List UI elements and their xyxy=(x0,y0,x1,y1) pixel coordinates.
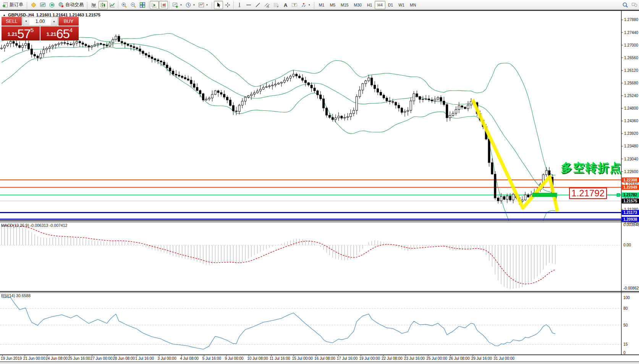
new-chart-button[interactable]: ▼ xyxy=(171,1,184,9)
chart-shift-button[interactable] xyxy=(159,1,168,9)
metaeditor-icon xyxy=(31,2,37,8)
macd-indicator-label: MACD(12,26,9) -0.006313 -0.007412 xyxy=(1,223,67,228)
chart-canvas[interactable]: 1.278801.274401.270001.265601.261201.256… xyxy=(0,0,639,364)
svg-text:1.27000: 1.27000 xyxy=(624,43,638,47)
svg-text:1.22600: 1.22600 xyxy=(624,170,638,174)
toolbar-separator xyxy=(233,1,234,9)
candles-layer xyxy=(1,34,556,205)
zoom-in-button[interactable] xyxy=(120,1,129,9)
text-icon: A xyxy=(282,2,288,8)
buy-price-big: 65 xyxy=(56,28,70,40)
svg-text:1.27440: 1.27440 xyxy=(624,31,638,35)
toolbar-separator xyxy=(169,1,170,9)
autotrading-button[interactable]: 自动交易 xyxy=(57,1,85,9)
buy-button[interactable]: BUY xyxy=(58,17,79,26)
sell-price[interactable]: 1.21575 xyxy=(2,26,40,40)
periods-icon xyxy=(185,2,191,8)
fibonacci-button[interactable]: F xyxy=(272,1,281,9)
svg-text:29 Jul 16:00: 29 Jul 16:00 xyxy=(471,356,492,361)
sell-price-big: 57 xyxy=(17,28,31,40)
timeframe-m30[interactable]: M30 xyxy=(351,1,364,9)
svg-text:19 Jun 2019: 19 Jun 2019 xyxy=(1,356,22,361)
search-button[interactable] xyxy=(621,1,630,9)
svg-text:1.23920: 1.23920 xyxy=(624,131,638,136)
svg-text:1.25240: 1.25240 xyxy=(624,94,638,98)
auto-scroll-icon xyxy=(151,2,157,8)
svg-text:16 Jul 08:00: 16 Jul 08:00 xyxy=(314,356,335,361)
crosshair-icon xyxy=(225,2,231,8)
volume-decrease-button[interactable]: ▼ xyxy=(23,17,29,25)
timeframe-m5[interactable]: M5 xyxy=(327,1,338,9)
svg-text:5 Jul 16:00: 5 Jul 16:00 xyxy=(202,356,221,361)
signals-button[interactable] xyxy=(47,1,57,9)
svg-text:1.25680: 1.25680 xyxy=(624,81,638,85)
timeframe-h4[interactable]: H4 xyxy=(375,1,385,9)
svg-text:80: 80 xyxy=(623,306,628,311)
sell-button[interactable]: SELL xyxy=(2,17,22,26)
cursor-button[interactable] xyxy=(214,1,223,9)
search-icon xyxy=(622,2,628,8)
horizontal-line-button[interactable] xyxy=(244,1,253,9)
equidistant-channel-button[interactable]: E xyxy=(262,1,272,9)
trade-panel-toggle[interactable]: ▲ xyxy=(3,13,6,17)
svg-text:11 Jul 16:00: 11 Jul 16:00 xyxy=(270,356,290,361)
arrows-button[interactable]: ▼ xyxy=(299,1,312,9)
green-zone-drawing xyxy=(532,193,557,197)
svg-text:31 Jul 00:00: 31 Jul 00:00 xyxy=(493,356,514,361)
vertical-line-button[interactable] xyxy=(235,1,244,9)
candle-chart-button[interactable] xyxy=(99,1,108,9)
timeframe-mn[interactable]: MN xyxy=(407,1,419,9)
market-watch-button[interactable] xyxy=(38,1,47,9)
buy-price[interactable]: 1.21654 xyxy=(40,26,79,40)
toolbar-drag-handle[interactable] xyxy=(211,2,212,8)
bar-chart-icon xyxy=(91,2,97,8)
svg-text:100: 100 xyxy=(623,296,630,300)
timeframe-w1[interactable]: W1 xyxy=(396,1,407,9)
svg-text:4 Jul 08:00: 4 Jul 08:00 xyxy=(180,356,199,361)
timeframe-m1[interactable]: M1 xyxy=(316,1,327,9)
volume-increase-button[interactable]: ▲ xyxy=(51,17,57,25)
toolbar-drag-handle[interactable] xyxy=(314,2,315,8)
indicator-layer: 0.0038480.00-0.0086291008050150 xyxy=(0,223,639,355)
cursor-icon xyxy=(215,2,222,8)
svg-text:1.22308: 1.22308 xyxy=(623,178,637,182)
svg-text:50: 50 xyxy=(623,323,628,327)
zoom-out-button[interactable] xyxy=(129,1,138,9)
tile-windows-icon xyxy=(139,2,146,8)
crosshair-button[interactable] xyxy=(223,1,232,9)
text-label-button[interactable]: T xyxy=(290,1,299,9)
svg-text:21 Jun 00:00: 21 Jun 00:00 xyxy=(23,356,45,361)
fibonacci-icon: F xyxy=(273,2,279,8)
metaeditor-button[interactable] xyxy=(29,1,38,9)
arrows-icon xyxy=(301,2,307,8)
new-order-button[interactable]: 新订单 xyxy=(1,1,25,9)
toolbar-drag-handle[interactable] xyxy=(87,2,88,8)
svg-text:25 Jun 16:00: 25 Jun 16:00 xyxy=(68,356,90,361)
bar-chart-button[interactable] xyxy=(89,1,99,9)
volume-input[interactable]: 1.00 xyxy=(29,17,51,25)
svg-text:3 Jul 00:00: 3 Jul 00:00 xyxy=(158,356,176,361)
auto-scroll-button[interactable] xyxy=(150,1,159,9)
chevron-down-icon: ▼ xyxy=(193,4,195,6)
templates-button[interactable]: ▼ xyxy=(197,1,210,9)
toolbar-drag-handle[interactable] xyxy=(26,2,28,8)
chat-button[interactable] xyxy=(630,1,639,9)
chart-shift-icon xyxy=(160,2,167,8)
tile-windows-button[interactable] xyxy=(138,1,147,9)
timeframe-m15[interactable]: M15 xyxy=(338,1,351,9)
signals-icon xyxy=(49,2,55,8)
sell-price-sup: 5 xyxy=(31,27,34,33)
text-button[interactable]: A xyxy=(281,1,290,9)
line-chart-icon xyxy=(109,2,115,8)
trendline-button[interactable] xyxy=(253,1,262,9)
line-chart-button[interactable] xyxy=(108,1,117,9)
periods-button[interactable]: ▼ xyxy=(184,1,197,9)
timeframe-h1[interactable]: H1 xyxy=(364,1,375,9)
volume-stepper: ▼ 1.00 ▲ xyxy=(23,17,58,26)
label-icon: T xyxy=(291,2,298,8)
chevron-down-icon: ▼ xyxy=(308,4,311,6)
vline-icon xyxy=(236,2,243,8)
timeframe-d1[interactable]: D1 xyxy=(385,1,396,9)
toolbar-button-label: 新订单 xyxy=(10,2,23,8)
hline-icon xyxy=(246,2,252,8)
